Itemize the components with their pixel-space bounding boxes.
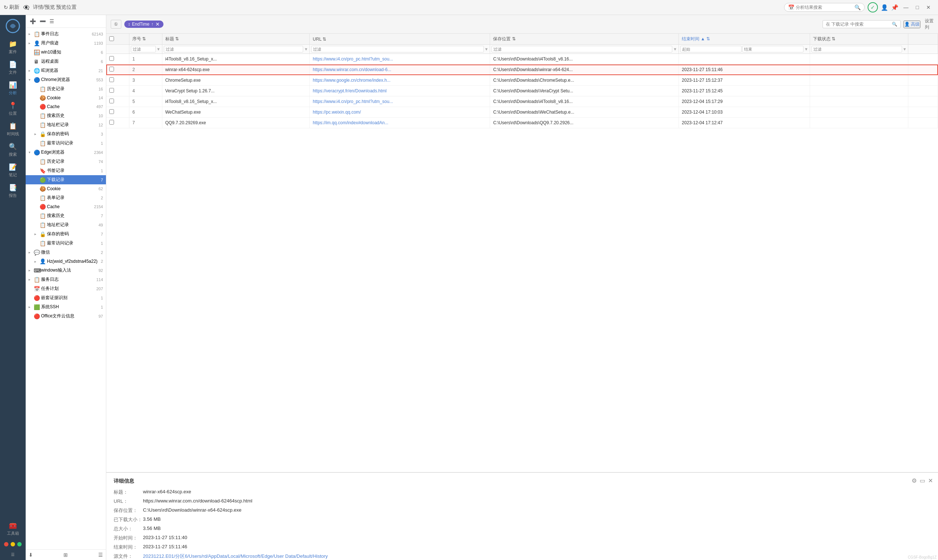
row-checkbox-6[interactable] <box>109 120 114 125</box>
filter-num-input[interactable] <box>131 46 156 52</box>
col-header-endtime[interactable]: 结束时间 ▲ ⇅ <box>679 34 810 45</box>
tree-item-win10_notice[interactable]: 🪟win10通知6 <box>26 48 106 57</box>
row-checkbox-2[interactable] <box>109 77 114 82</box>
nav-bottom-left[interactable]: ⬇ <box>29 552 33 558</box>
sidebar-item-report[interactable]: 📑 报告 <box>0 181 26 201</box>
table-row[interactable]: 4 VeraCrypt Setup 1.26.7... https://vera… <box>106 86 938 96</box>
table-index-button[interactable]: ① <box>111 20 121 29</box>
sidebar-item-timeline[interactable]: 📋 时间线 <box>0 119 26 140</box>
tree-item-chrome_browser[interactable]: ▾🔵Chrome浏览器553 <box>26 75 106 84</box>
sidebar-item-files[interactable]: 📄 文件 <box>0 57 26 78</box>
nav-add-button[interactable]: ➕ <box>29 17 37 25</box>
filter-end-input[interactable] <box>742 46 803 52</box>
tree-item-edge_history[interactable]: 📋历史记录74 <box>26 157 106 166</box>
advanced-button[interactable]: 👤 高级 <box>904 20 920 28</box>
row-checkbox-1[interactable] <box>109 67 114 71</box>
tree-expand-service_log[interactable]: ▸ <box>29 277 34 282</box>
minimize-button[interactable]: — <box>901 4 911 11</box>
shield-button[interactable]: ✓ <box>867 2 878 12</box>
detail-panel-toggle-button[interactable]: ▭ <box>920 477 925 484</box>
settings-columns-button[interactable]: 设置列 <box>925 18 933 31</box>
tree-item-chrome_cookie[interactable]: 🍪Cookie14 <box>26 94 106 102</box>
nav-bottom-grid[interactable]: ⊞ <box>63 552 68 558</box>
table-row[interactable]: 2 winrar-x64-624scp.exe https://www.winr… <box>106 65 938 75</box>
row-checkbox-5[interactable] <box>109 109 114 114</box>
table-row[interactable]: 6 WeChatSetup.exe https://pc.weixin.qq.c… <box>106 107 938 118</box>
tree-item-windows_input[interactable]: ▸⌨windows输入法92 <box>26 266 106 275</box>
user-icon[interactable]: 👤 <box>881 4 888 11</box>
col-header-title[interactable]: 标题 ⇅ <box>162 34 310 45</box>
hidden-button[interactable]: 👁‍🗨 <box>23 5 29 10</box>
table-row[interactable]: 3 ChromeSetup.exe https://www.google.cn/… <box>106 75 938 86</box>
tree-expand-user_history[interactable]: ▸ <box>29 41 34 45</box>
dot-yellow[interactable] <box>11 542 15 546</box>
global-search-input[interactable] <box>796 5 855 10</box>
tree-item-edge_search[interactable]: 📋搜索历史7 <box>26 211 106 220</box>
tree-item-cert[interactable]: 🔴嵌套证据识别1 <box>26 293 106 302</box>
close-button[interactable]: ✕ <box>924 4 933 11</box>
tree-item-chrome_history[interactable]: 📋历史记录16 <box>26 84 106 94</box>
col-header-url[interactable]: URL ⇅ <box>310 34 490 45</box>
tree-item-chrome_password[interactable]: ▸🔒保存的密码3 <box>26 129 106 138</box>
tree-item-edge_address[interactable]: 📋地址栏记录49 <box>26 220 106 229</box>
tree-item-service_log[interactable]: ▸📋服务日志114 <box>26 275 106 284</box>
tree-item-chrome_recent[interactable]: 📋最常访问记录1 <box>26 138 106 148</box>
tree-item-office[interactable]: 🔴Office文件云信息97 <box>26 312 106 321</box>
tree-item-edge_download[interactable]: 🟢下载记录7 <box>26 175 106 185</box>
tree-item-wechat[interactable]: ▸💬微信2 <box>26 248 106 257</box>
sidebar-item-analysis[interactable]: 📊 分析 <box>0 78 26 98</box>
tree-expand-ssh[interactable]: ▸ <box>29 305 34 309</box>
filter-url-input[interactable] <box>311 46 483 52</box>
table-row[interactable]: 5 i4Tools8_v8.16_Setup_x... https://www.… <box>106 96 938 107</box>
tree-item-edge_cache[interactable]: 🔴Cache2154 <box>26 202 106 211</box>
tree-expand-wechat_acct[interactable]: ▸ <box>34 260 40 263</box>
detail-settings-button[interactable]: ⚙ <box>912 477 917 484</box>
tree-item-event_log[interactable]: ▸📋事件日志62143 <box>26 29 106 38</box>
tree-item-edge_table[interactable]: 📋表单记录2 <box>26 193 106 202</box>
sidebar-item-notes[interactable]: 📝 笔记 <box>0 160 26 181</box>
tree-item-edge_cookie[interactable]: 🍪Cookie62 <box>26 185 106 193</box>
tree-item-ssh[interactable]: ▸🟩系统SSH1 <box>26 302 106 312</box>
refresh-button[interactable]: ↻ 刷新 <box>4 4 19 11</box>
table-row[interactable]: 1 i4Tools8_v8.16_Setup_x... https://www.… <box>106 54 938 65</box>
tree-item-chrome_search[interactable]: 📋搜索历史10 <box>26 111 106 120</box>
tree-item-edge_recent[interactable]: 📋最常访问记录1 <box>26 238 106 248</box>
tree-expand-chrome_password[interactable]: ▸ <box>34 132 40 136</box>
tree-expand-windows_input[interactable]: ▸ <box>29 268 34 272</box>
row-checkbox-4[interactable] <box>109 98 114 103</box>
tree-item-ie_browser[interactable]: ▸🌐IE浏览器21 <box>26 66 106 75</box>
maximize-button[interactable]: □ <box>914 4 921 11</box>
col-header-num[interactable]: 序号 ⇅ <box>129 34 162 45</box>
nav-bottom-list[interactable]: ☰ <box>98 552 103 558</box>
tree-item-edge_browser[interactable]: ▾🔵Edge浏览器2364 <box>26 148 106 157</box>
sidebar-item-search[interactable]: 🔍 搜索 <box>0 140 26 160</box>
tree-expand-wechat[interactable]: ▸ <box>29 250 34 254</box>
sidebar-item-tools[interactable]: 🧰 工具箱 <box>0 518 25 539</box>
dot-red[interactable] <box>4 542 8 546</box>
nav-list-button[interactable]: ☰ <box>48 17 55 25</box>
tree-item-edge_password[interactable]: ▸🔒保存的密码7 <box>26 229 106 238</box>
tree-item-user_history[interactable]: ▸👤用户痕迹1193 <box>26 38 106 48</box>
tree-item-edge_bookmark[interactable]: 🔖书签记录1 <box>26 166 106 175</box>
sidebar-item-menu[interactable]: ☰ <box>0 549 25 560</box>
row-checkbox-3[interactable] <box>109 88 114 93</box>
filter-save-input[interactable] <box>492 46 672 52</box>
sidebar-item-location[interactable]: 📍 位置 <box>0 98 26 119</box>
table-row[interactable]: 7 QQ9.7.20.29269.exe https://im.qq.com/i… <box>106 118 938 128</box>
detail-close-button[interactable]: ✕ <box>928 477 933 484</box>
filter-title-input[interactable] <box>164 46 303 52</box>
tree-item-chrome_address[interactable]: 📋地址栏记录12 <box>26 120 106 129</box>
tree-expand-ie_browser[interactable]: ▸ <box>29 69 34 72</box>
filter-start-input[interactable] <box>680 46 741 52</box>
tree-expand-edge_password[interactable]: ▸ <box>34 232 40 236</box>
col-header-save[interactable]: 保存位置 ⇅ <box>490 34 679 45</box>
tree-item-chrome_cache[interactable]: 🔴Cache497 <box>26 102 106 111</box>
sort-tag-close-button[interactable]: ✕ <box>155 22 160 27</box>
pin-icon[interactable]: 📌 <box>891 4 898 11</box>
select-all-checkbox[interactable] <box>109 36 114 41</box>
tree-expand-event_log[interactable]: ▸ <box>29 32 34 36</box>
sidebar-item-cases[interactable]: 📁 案件 <box>0 37 26 57</box>
tree-expand-chrome_browser[interactable]: ▾ <box>29 78 34 82</box>
dot-green[interactable] <box>17 542 22 546</box>
tree-expand-edge_browser[interactable]: ▾ <box>29 150 34 154</box>
